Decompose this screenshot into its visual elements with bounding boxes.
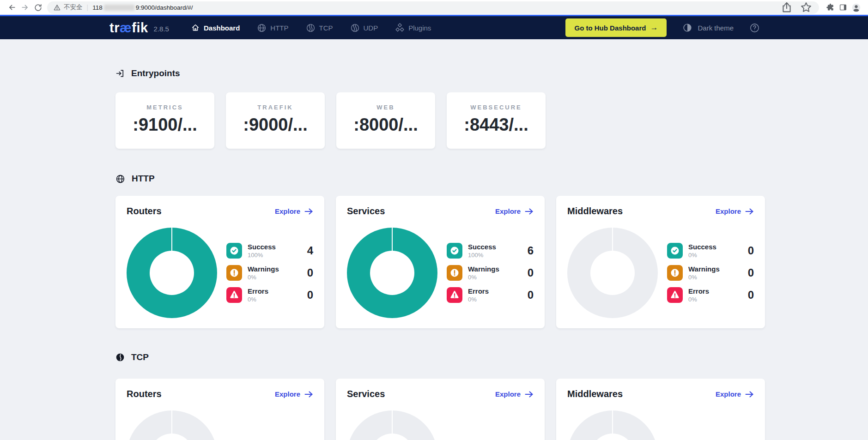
stat-text: Warnings 0% (688, 265, 720, 281)
explore-link[interactable]: Explore (495, 390, 534, 398)
http-services-card: Services Explore Success 100% 6 (336, 196, 545, 328)
card-header: Middlewares Explore (567, 389, 754, 399)
donut-chart (567, 410, 658, 440)
bookmark-star-icon[interactable] (800, 1, 813, 14)
entrypoint-name: METRICS (115, 104, 214, 111)
cubes-icon (395, 23, 405, 33)
section-title-text: Entrypoints (131, 68, 180, 78)
stat-row-error: Errors 0% 0 (667, 287, 754, 303)
stat-value: 0 (748, 289, 754, 301)
explore-link[interactable]: Explore (716, 207, 754, 215)
not-secure-warning-icon[interactable] (54, 4, 61, 11)
arrow-right-icon (745, 208, 754, 215)
card-title: Middlewares (567, 389, 623, 399)
entrypoint-port: :8443/... (447, 115, 546, 135)
nav-item-dashboard[interactable]: Dashboard (191, 23, 240, 32)
share-icon[interactable] (780, 1, 793, 14)
back-arrow-icon (7, 3, 17, 12)
profile-avatar[interactable] (850, 1, 862, 14)
stat-percent: 0% (688, 252, 716, 259)
entrypoint-card-web: WEB :8000/... (336, 92, 435, 149)
stat-row-success: Success 100% 4 (226, 243, 313, 259)
traefik-logo: træfik (109, 20, 148, 36)
explore-link[interactable]: Explore (275, 390, 313, 398)
entrypoint-card-metrics: METRICS :9100/... (115, 92, 214, 149)
entrypoints-section-title: Entrypoints (115, 39, 765, 78)
hub-button-label: Go to Hub Dashboard (574, 24, 646, 32)
explore-link[interactable]: Explore (275, 207, 313, 215)
url-suffix: 9:9000/dashboard/#/ (136, 4, 193, 11)
stats-list: Success 100% 4 Warnings 0% 0 E (226, 236, 313, 309)
globe-icon (257, 23, 267, 33)
stat-text: Warnings 0% (248, 265, 279, 281)
address-bar[interactable]: 不安全 | 1189:9000/dashboard/#/ (47, 1, 819, 14)
theme-toggle[interactable]: Dark theme (682, 23, 734, 33)
stat-text: Warnings 0% (468, 265, 499, 281)
entrypoint-card-traefik: TRAEFIK :9000/... (226, 92, 325, 149)
stat-label: Warnings (248, 265, 279, 273)
theme-label: Dark theme (698, 24, 734, 32)
entrypoint-port: :8000/... (336, 115, 435, 135)
explore-link[interactable]: Explore (495, 207, 534, 215)
card-body: Success 0% 0 (347, 410, 534, 440)
card-header: Routers Explore (127, 206, 313, 217)
arrow-right-icon (525, 391, 534, 398)
error-triangle-icon (226, 287, 242, 303)
arrow-right-icon: → (650, 23, 658, 32)
nav-item-plugins[interactable]: Plugins (395, 23, 431, 33)
explore-link[interactable]: Explore (716, 390, 754, 398)
stat-row-success: Success 100% 6 (447, 243, 534, 259)
browser-toolbar: 不安全 | 1189:9000/dashboard/#/ (0, 0, 868, 15)
extensions-button[interactable] (824, 1, 837, 14)
nav-item-http[interactable]: HTTP (257, 23, 288, 33)
stat-text: Errors 0% (688, 287, 709, 303)
refresh-button[interactable] (31, 1, 44, 14)
nav-item-tcp[interactable]: TCP (306, 23, 333, 33)
stat-text: Success 100% (248, 243, 276, 259)
card-title: Services (347, 206, 385, 217)
not-secure-label: 不安全 (64, 3, 83, 12)
stat-text: Errors 0% (248, 287, 268, 303)
tcp-services-card: Services Explore Success 0% 0 (336, 379, 545, 440)
card-body: Success 0% 0 (127, 410, 313, 440)
redacted-url-segment (104, 5, 134, 11)
stat-label: Success (688, 243, 716, 251)
card-title: Routers (127, 206, 162, 217)
arrow-right-icon (304, 391, 313, 398)
card-body: Success 100% 4 Warnings 0% 0 E (127, 228, 313, 318)
stat-percent: 100% (468, 252, 496, 259)
nav-label: Plugins (408, 24, 431, 32)
stat-value: 0 (528, 266, 534, 279)
card-header: Middlewares Explore (567, 206, 754, 217)
hub-dashboard-button[interactable]: Go to Hub Dashboard → (565, 18, 667, 37)
entrypoint-port: :9000/... (226, 115, 325, 135)
side-panel-button[interactable] (837, 1, 850, 14)
http-cards-row: Routers Explore Success 100% 4 W (115, 196, 765, 328)
help-button[interactable] (749, 23, 760, 33)
stat-percent: 0% (248, 274, 279, 281)
stat-value: 0 (307, 289, 313, 301)
card-header: Services Explore (347, 389, 534, 399)
success-check-icon (226, 243, 242, 259)
warning-circle-icon (667, 265, 683, 281)
donut-chart (567, 228, 658, 318)
nav-label: Dashboard (204, 24, 240, 32)
entrypoint-name: WEBSECURE (447, 104, 546, 111)
arrow-right-icon (304, 208, 313, 215)
stat-row-warning: Warnings 0% 0 (447, 265, 534, 281)
nav-label: TCP (319, 24, 333, 32)
stat-row-error: Errors 0% 0 (226, 287, 313, 303)
stat-text: Errors 0% (468, 287, 489, 303)
stat-value: 4 (307, 244, 313, 257)
stat-value: 0 (528, 289, 534, 301)
entrypoints-row: METRICS :9100/... TRAEFIK :9000/... WEB … (115, 92, 765, 149)
puzzle-icon (826, 3, 835, 12)
address-separator: | (87, 4, 89, 11)
tcp-section-title: TCP (115, 352, 765, 362)
stat-label: Success (468, 243, 496, 251)
stat-label: Errors (468, 287, 489, 295)
nav-item-udp[interactable]: UDP (350, 23, 378, 33)
back-button[interactable] (6, 1, 18, 14)
proxy-swirl-icon (350, 23, 360, 33)
forward-button[interactable] (18, 1, 31, 14)
